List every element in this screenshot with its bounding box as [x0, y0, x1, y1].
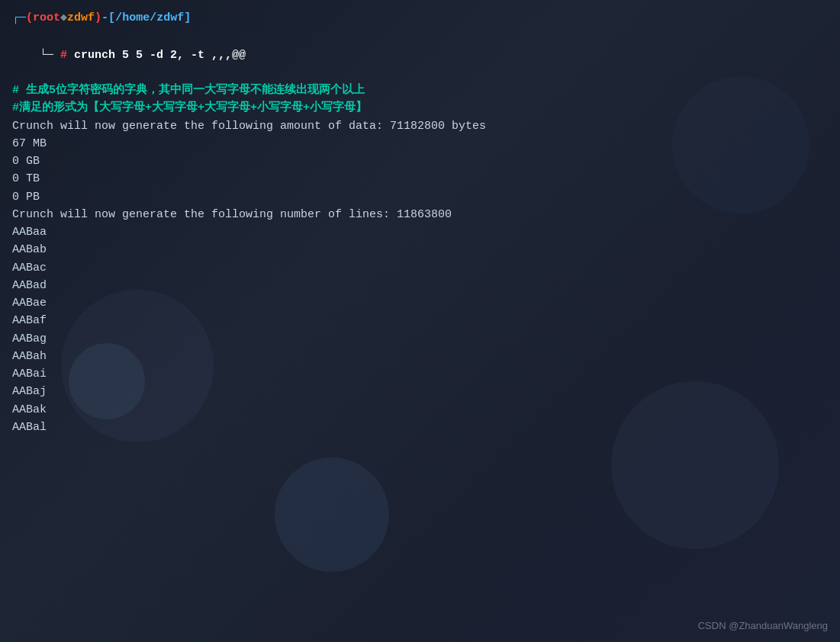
output-line-5: Crunch will now generate the following n… [12, 206, 828, 223]
output-line-7: AABab [12, 241, 828, 258]
prompt-host: zdwf [67, 9, 95, 27]
output-line-11: AABaf [12, 312, 828, 329]
comment-line-2: #满足的形式为【大写字母+大写字母+大写字母+小写字母+小写字母】 [12, 99, 828, 117]
output-line-3: 0 TB [12, 170, 828, 188]
output-line-8: AABac [12, 259, 828, 277]
prompt-bracket-close: ] [184, 9, 191, 27]
output-line-16: AABak [12, 401, 828, 419]
at-icon: ◆ [60, 9, 67, 27]
output-line-4: 0 PB [12, 188, 828, 206]
watermark: CSDN @ZhanduanWangleng [698, 620, 828, 631]
output-line-9: AABad [12, 277, 828, 294]
terminal-window: ┌─ ( root ◆ zdwf ) -[ /home/zdwf ] └─ # … [0, 0, 840, 642]
comment-line-1: # 生成5位字符密码的字典，其中同一大写字母不能连续出现两个以上 [12, 82, 828, 99]
output-line-2: 0 GB [12, 152, 828, 170]
output-line-10: AABae [12, 294, 828, 312]
prompt-path: /home/zdwf [115, 9, 184, 27]
prompt-hash: └─ # [40, 49, 74, 62]
output-line-6: AABaa [12, 223, 828, 241]
prompt-close-paren: ) [95, 9, 101, 27]
command-line: └─ # crunch 5 5 -d 2, -t ,,,@@ [12, 28, 828, 82]
output-line-0: Crunch will now generate the following a… [12, 117, 828, 135]
output-line-13: AABah [12, 348, 828, 365]
output-line-17: AABal [12, 419, 828, 436]
output-line-1: 67 MB [12, 135, 828, 152]
prompt-open-paren: ( [26, 9, 33, 27]
prompt-root: root [33, 9, 60, 27]
output-line-12: AABag [12, 330, 828, 348]
prompt-line: ┌─ ( root ◆ zdwf ) -[ /home/zdwf ] [12, 9, 828, 27]
bracket-open: ┌─ [12, 9, 26, 27]
prompt-dash: -[ [101, 9, 115, 27]
output-line-15: AABaj [12, 383, 828, 400]
output-line-14: AABai [12, 365, 828, 383]
command-text: crunch 5 5 -d 2, -t ,,,@@ [74, 49, 246, 62]
